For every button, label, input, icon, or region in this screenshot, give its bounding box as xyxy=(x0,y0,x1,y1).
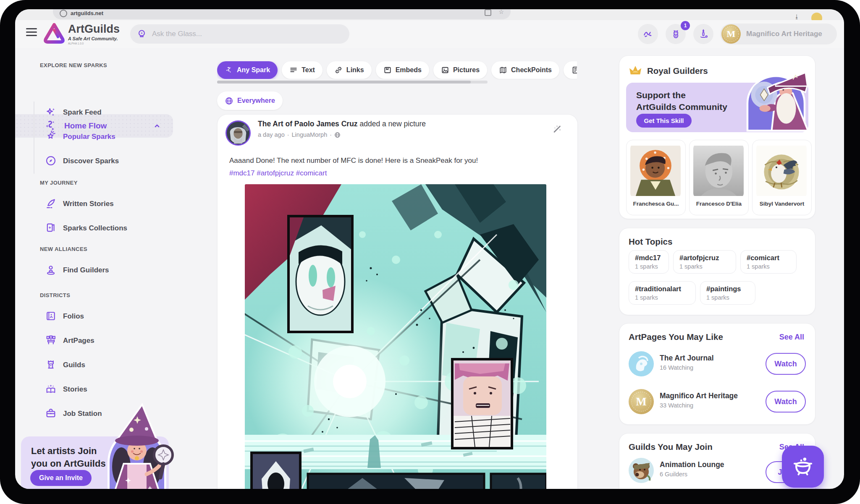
sidebar-section-explore: EXPLORE NEW SPARKS xyxy=(40,62,107,68)
filter-pill-embeds[interactable]: Embeds xyxy=(376,61,429,79)
post-image-comic[interactable] xyxy=(245,184,546,489)
sidebar-item-folios[interactable]: Folios xyxy=(45,306,84,326)
topic-chip-paintings[interactable]: #paintings 1 sparks xyxy=(700,281,755,305)
download-icon[interactable]: ⭳ xyxy=(794,13,800,20)
quill-icon xyxy=(45,198,57,209)
cauldron-icon xyxy=(791,455,815,478)
person-pin-icon xyxy=(45,264,57,276)
account-pill[interactable]: M Magnifico Art Heritage xyxy=(720,24,837,44)
sidebar-item-guilds[interactable]: Guilds xyxy=(45,354,85,375)
post-body: Aaaand Done! The next number of MFC is d… xyxy=(229,157,561,165)
banner-line2: ArtGuilds Community xyxy=(636,101,727,113)
topic-chip-traditionalart[interactable]: #traditionalart 1 sparks xyxy=(629,281,696,305)
post-card: The Art of Paolo James Cruz added a new … xyxy=(217,114,578,489)
post-magic-wand-icon[interactable] xyxy=(552,124,562,134)
artist-card-francesco[interactable]: Francesco D'Elia xyxy=(689,140,749,215)
artist-card-sibyl[interactable]: Sibyl Vandervort xyxy=(752,140,812,215)
sidebar-item-stories[interactable]: Stories xyxy=(45,379,87,400)
royal-guilders-card: Royal Guilders Support the ArtGuilds Com… xyxy=(619,55,815,219)
sidebar-item-find-guilders[interactable]: Find Guilders xyxy=(45,259,109,280)
chat-cauldron-button[interactable] xyxy=(782,446,824,488)
post-action: added a new picture xyxy=(359,120,426,128)
watch-button[interactable]: Watch xyxy=(766,353,806,375)
card-deck-icon xyxy=(45,222,57,234)
get-this-skill-button[interactable]: Get This Skill xyxy=(636,114,692,128)
install-icon[interactable] xyxy=(485,9,491,16)
banner-line1: Support the xyxy=(636,89,727,101)
watch-button[interactable]: Watch xyxy=(766,391,806,413)
any-spark-icon xyxy=(225,66,233,74)
artguilds-logo-icon[interactable] xyxy=(43,22,66,45)
notification-badge: 1 xyxy=(681,21,690,30)
artist-image-francesco xyxy=(693,144,744,198)
promo-line1: Let artists Join xyxy=(31,445,106,457)
post-author-name[interactable]: The Art of Paolo James Cruz xyxy=(258,120,358,128)
brand-block: ArtGuilds A Safe Art Community. ALPHA 1.… xyxy=(68,24,120,45)
sidebar-item-popular-sparks[interactable]: Popular Sparks xyxy=(45,126,115,147)
filter-pill-partial[interactable] xyxy=(564,61,577,79)
sidebar-section-alliances: NEW ALLIANCES xyxy=(40,246,87,252)
topic-chip-comicart[interactable]: #comicart 1 sparks xyxy=(740,250,797,274)
post-author-avatar[interactable] xyxy=(225,120,251,146)
artpages-icon xyxy=(45,334,57,346)
gesture-shortcut-button[interactable] xyxy=(638,24,658,44)
scope-pill-everywhere[interactable]: Everywhere xyxy=(217,91,283,110)
artist-image-franchesca xyxy=(630,144,681,198)
hamburger-menu-button[interactable] xyxy=(26,26,37,38)
crystal-ball-icon xyxy=(137,29,147,39)
sidebar-item-spark-feed[interactable]: Spark Feed xyxy=(45,102,102,123)
filter-scrollbar-track[interactable] xyxy=(217,81,488,84)
artpage-row-magnifico[interactable]: M Magnifico Art Heritage 33 Watching Wat… xyxy=(629,389,806,416)
globe-icon xyxy=(225,97,233,105)
topic-chip-mdc17[interactable]: #mdc17 1 sparks xyxy=(629,250,669,274)
sidebar-section-journey: MY JOURNEY xyxy=(40,180,78,186)
candle-button[interactable] xyxy=(693,24,713,44)
post-hashtags[interactable]: #mdc17 #artofpjcruz #comicart xyxy=(229,169,561,178)
search-input[interactable]: Ask the Glass... xyxy=(130,24,349,44)
story-book-icon xyxy=(45,383,57,395)
filter-pill-row: Any Spark Text Links Embeds xyxy=(217,61,577,79)
filter-pill-pictures[interactable]: Pictures xyxy=(433,61,487,79)
account-avatar: M xyxy=(721,24,741,44)
search-placeholder: Ask the Glass... xyxy=(152,30,202,38)
text-lines-icon xyxy=(289,66,298,74)
animation-lounge-avatar xyxy=(629,458,654,483)
artpages-title: ArtPages You May Like xyxy=(629,332,723,342)
magnifico-logo: M xyxy=(629,389,654,414)
sidebar-item-job-station[interactable]: Job Station xyxy=(45,403,102,424)
visibility-globe-icon xyxy=(334,132,341,138)
filter-pill-checkpoints[interactable]: CheckPoints xyxy=(491,61,559,79)
brand-name: ArtGuilds xyxy=(68,24,120,35)
sidebar: EXPLORE NEW SPARKS Home Flow Spark Feed xyxy=(15,48,185,489)
sidebar-item-artpages[interactable]: ArtPages xyxy=(45,330,94,351)
artist-name: Franchesca Gu... xyxy=(627,201,685,207)
artist-name: Sibyl Vandervort xyxy=(752,201,811,207)
guild-row-animation-lounge[interactable]: Animation Lounge 6 Guilders Join xyxy=(629,458,806,485)
post-translator[interactable]: LinguaMorph xyxy=(292,131,328,138)
sidebar-item-discover-sparks[interactable]: Discover Sparks xyxy=(45,150,119,171)
sidebar-item-sparks-collections[interactable]: Sparks Collections xyxy=(45,217,127,238)
svg-text:M: M xyxy=(727,29,736,39)
artpages-suggestions-card: ArtPages You May Like See All The Art Jo… xyxy=(619,323,815,425)
picture-icon xyxy=(441,66,449,74)
artpage-meta: 33 Watching xyxy=(660,402,738,409)
folio-icon xyxy=(45,310,57,322)
filter-pill-links[interactable]: Links xyxy=(327,61,372,79)
post-time: a day ago xyxy=(258,131,285,138)
filter-pill-text[interactable]: Text xyxy=(282,61,322,79)
artpage-row-art-journal[interactable]: The Art Journal 16 Watching Watch xyxy=(629,351,806,378)
artist-card-franchesca[interactable]: Franchesca Gu... xyxy=(626,140,686,215)
bookmark-star-icon[interactable]: ☆ xyxy=(498,9,504,15)
hot-topics-title: Hot Topics xyxy=(629,237,672,247)
give-invite-button[interactable]: Give an Invite xyxy=(30,470,92,486)
url-bar[interactable]: artguilds.net ☆ xyxy=(53,9,511,19)
filter-pill-any-spark[interactable]: Any Spark xyxy=(217,61,278,79)
browser-profile-avatar[interactable] xyxy=(811,13,822,21)
link-icon xyxy=(334,66,343,74)
topic-chip-artofpjcruz[interactable]: #artofpjcruz 1 sparks xyxy=(673,250,736,274)
chevron-up-icon[interactable] xyxy=(153,122,161,130)
filter-scrollbar-thumb[interactable] xyxy=(217,81,471,84)
map-icon xyxy=(499,66,507,74)
sidebar-item-written-stories[interactable]: Written Stories xyxy=(45,193,114,214)
artpages-see-all-link[interactable]: See All xyxy=(779,333,804,342)
